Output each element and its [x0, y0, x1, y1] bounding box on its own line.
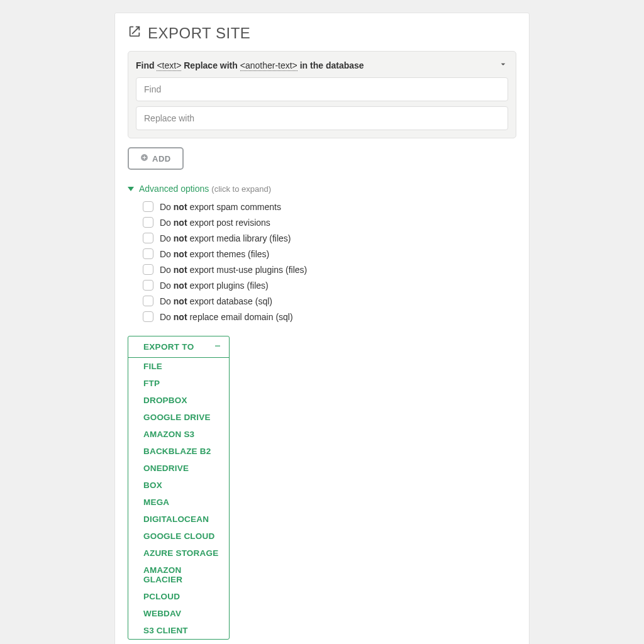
- advanced-option-3[interactable]: Do not export themes (files): [143, 246, 516, 262]
- advanced-option-1[interactable]: Do not export post revisions: [143, 214, 516, 230]
- checkbox[interactable]: [143, 217, 153, 228]
- checkbox[interactable]: [143, 296, 153, 306]
- export-icon: [128, 25, 142, 42]
- advanced-option-label: Do not replace email domain (sql): [160, 312, 293, 322]
- export-option-amazon-s3[interactable]: AMAZON S3: [128, 426, 229, 443]
- advanced-option-label: Do not export database (sql): [160, 296, 272, 306]
- export-to-label: EXPORT TO: [143, 342, 194, 352]
- chevron-down-icon: [498, 59, 508, 71]
- advanced-option-4[interactable]: Do not export must-use plugins (files): [143, 262, 516, 277]
- minus-icon: [214, 342, 221, 352]
- page-title: EXPORT SITE: [128, 25, 516, 42]
- export-to-toggle[interactable]: EXPORT TO: [128, 336, 229, 358]
- export-option-dropbox[interactable]: DROPBOX: [128, 392, 229, 409]
- advanced-option-6[interactable]: Do not export database (sql): [143, 293, 516, 309]
- fr-suffix: in the database: [300, 60, 364, 70]
- export-option-azure-storage[interactable]: AZURE STORAGE: [128, 545, 229, 562]
- export-option-box[interactable]: BOX: [128, 477, 229, 494]
- caret-down-icon: [128, 187, 134, 191]
- checkbox[interactable]: [143, 264, 153, 275]
- export-option-digitalocean[interactable]: DIGITALOCEAN: [128, 511, 229, 528]
- export-option-s3-client[interactable]: S3 CLIENT: [128, 622, 229, 639]
- add-button-label: ADD: [152, 154, 171, 164]
- advanced-option-label: Do not export must-use plugins (files): [160, 265, 307, 275]
- fr-mid: Replace with: [184, 60, 238, 70]
- advanced-option-label: Do not export media library (files): [160, 233, 291, 243]
- export-option-pcloud[interactable]: PCLOUD: [128, 588, 229, 605]
- advanced-options-label: Advanced options: [139, 184, 209, 194]
- export-to-menu: EXPORT TO FILEFTPDROPBOXGOOGLE DRIVEAMAZ…: [128, 336, 230, 640]
- checkbox[interactable]: [143, 280, 153, 291]
- export-site-panel: EXPORT SITE Find <text> Replace with <an…: [114, 13, 530, 644]
- find-replace-section: Find <text> Replace with <another-text> …: [128, 51, 516, 138]
- fr-prefix: Find: [136, 60, 155, 70]
- advanced-option-5[interactable]: Do not export plugins (files): [143, 277, 516, 293]
- find-replace-toggle[interactable]: Find <text> Replace with <another-text> …: [136, 59, 508, 71]
- checkbox[interactable]: [143, 248, 153, 259]
- export-option-onedrive[interactable]: ONEDRIVE: [128, 460, 229, 477]
- export-option-webdav[interactable]: WEBDAV: [128, 605, 229, 622]
- export-option-backblaze-b2[interactable]: BACKBLAZE B2: [128, 443, 229, 460]
- export-option-mega[interactable]: MEGA: [128, 494, 229, 511]
- add-button[interactable]: ADD: [128, 147, 184, 170]
- export-option-ftp[interactable]: FTP: [128, 375, 229, 392]
- export-option-google-drive[interactable]: GOOGLE DRIVE: [128, 409, 229, 426]
- advanced-option-label: Do not export spam comments: [160, 202, 281, 212]
- advanced-option-2[interactable]: Do not export media library (files): [143, 230, 516, 246]
- export-option-amazon-glacier[interactable]: AMAZON GLACIER: [128, 562, 229, 588]
- advanced-option-label: Do not export themes (files): [160, 249, 269, 259]
- find-replace-header-text: Find <text> Replace with <another-text> …: [136, 60, 364, 70]
- find-input[interactable]: [136, 77, 508, 101]
- export-to-list: FILEFTPDROPBOXGOOGLE DRIVEAMAZON S3BACKB…: [128, 358, 229, 639]
- checkbox[interactable]: [143, 201, 153, 212]
- advanced-option-7[interactable]: Do not replace email domain (sql): [143, 309, 516, 325]
- advanced-option-0[interactable]: Do not export spam comments: [143, 199, 516, 214]
- advanced-options-list: Do not export spam commentsDo not export…: [128, 199, 516, 325]
- fr-token2: <another-text>: [240, 60, 297, 71]
- checkbox[interactable]: [143, 233, 153, 243]
- plus-circle-icon: [140, 153, 148, 164]
- advanced-options-toggle[interactable]: Advanced options (click to expand): [128, 184, 516, 194]
- page-title-text: EXPORT SITE: [148, 25, 250, 42]
- fr-token1: <text>: [157, 60, 181, 71]
- advanced-option-label: Do not export plugins (files): [160, 280, 269, 291]
- export-option-file[interactable]: FILE: [128, 358, 229, 375]
- replace-input[interactable]: [136, 106, 508, 130]
- advanced-option-label: Do not export post revisions: [160, 218, 270, 228]
- export-option-google-cloud[interactable]: GOOGLE CLOUD: [128, 528, 229, 545]
- checkbox[interactable]: [143, 311, 153, 322]
- advanced-options-hint: (click to expand): [211, 184, 271, 194]
